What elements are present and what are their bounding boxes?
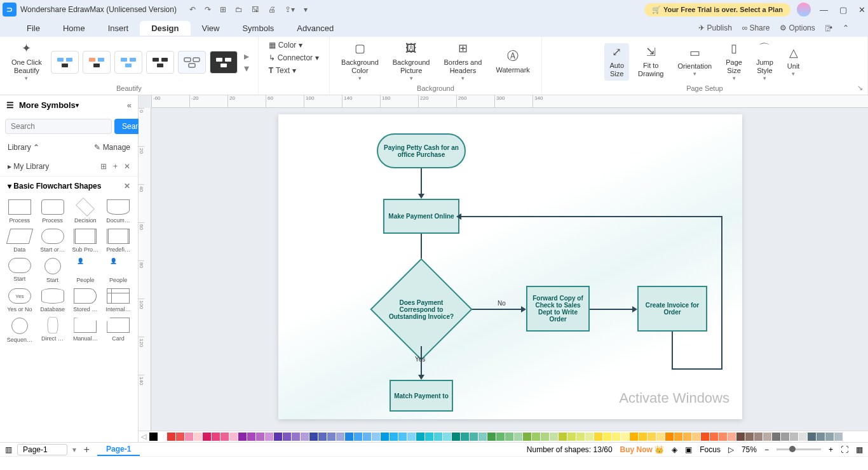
color-swatch[interactable] [621, 433, 629, 441]
color-swatch[interactable] [834, 433, 843, 441]
color-swatch[interactable] [398, 433, 407, 441]
my-library-toggle[interactable]: ▸ My Library [8, 162, 49, 171]
theme-3-button[interactable] [114, 51, 142, 74]
node-forward-copy[interactable]: Forward Copy of Check to Sales Dept to W… [526, 286, 590, 332]
section-close-icon[interactable]: ✕ [124, 182, 130, 191]
color-swatch[interactable] [363, 433, 371, 441]
color-swatch[interactable] [817, 433, 825, 441]
page-size-button[interactable]: ▯Page Size▾ [721, 39, 747, 84]
search-input[interactable] [5, 119, 112, 134]
color-swatch[interactable] [790, 433, 798, 441]
color-swatch[interactable] [656, 433, 665, 441]
library-toggle[interactable]: Library ⌃ [8, 143, 39, 152]
user-avatar[interactable] [797, 3, 811, 17]
color-swatch[interactable] [674, 433, 682, 441]
close-icon[interactable]: ✕ [858, 5, 865, 15]
watermark-button[interactable]: ⒶWatermark [491, 47, 534, 77]
collapse-panel-icon[interactable]: « [127, 100, 132, 110]
bg-picture-button[interactable]: 🖼Background Picture▾ [388, 39, 435, 84]
notification-icon[interactable]: ⍰• [825, 24, 832, 32]
color-swatch[interactable] [754, 433, 763, 441]
zoom-slider[interactable] [776, 448, 821, 450]
more-icon[interactable]: ▾ [304, 5, 308, 14]
menu-insert[interactable]: Insert [97, 21, 140, 36]
color-swatch[interactable] [212, 433, 220, 441]
node-create-invoice[interactable]: Create Invoice for Order [637, 286, 707, 332]
page-tab[interactable]: Page-1 [97, 443, 140, 456]
theme-5-button[interactable] [178, 51, 206, 74]
color-swatch[interactable] [247, 433, 255, 441]
color-swatch[interactable] [194, 433, 202, 441]
color-swatch[interactable] [603, 433, 611, 441]
color-swatch[interactable] [301, 433, 309, 441]
shape-subprocess[interactable]: Sub Pro… [70, 227, 102, 254]
color-swatch[interactable] [630, 433, 638, 441]
color-swatch[interactable] [407, 433, 416, 441]
color-swatch[interactable] [256, 433, 264, 441]
save-icon[interactable]: 🖫 [252, 5, 259, 14]
color-swatch[interactable] [176, 433, 184, 441]
print-icon[interactable]: 🖨 [268, 5, 276, 14]
color-swatch[interactable] [496, 433, 505, 441]
page-selector[interactable]: Page-1 [17, 444, 67, 455]
color-swatch[interactable] [576, 433, 585, 441]
theme-more-button[interactable]: ▸▾ [241, 50, 252, 74]
shape-predefined[interactable]: Predefi… [102, 227, 134, 254]
color-swatch[interactable] [167, 433, 175, 441]
shape-start-oval[interactable]: Start [4, 257, 36, 285]
color-swatch[interactable] [158, 433, 166, 441]
color-swatch[interactable] [390, 433, 398, 441]
shape-data[interactable]: Data [4, 227, 36, 254]
one-click-beautify-button[interactable]: ✦ One Click Beautify ▾ [6, 39, 47, 84]
orientation-button[interactable]: ▭Orientation▾ [672, 44, 717, 81]
menu-view[interactable]: View [191, 21, 231, 36]
color-swatch[interactable] [523, 433, 531, 441]
color-swatch[interactable] [336, 433, 344, 441]
color-swatch[interactable] [185, 433, 193, 441]
shape-people-1[interactable]: 👤People [70, 257, 102, 285]
presentation-icon[interactable]: ▣ [685, 445, 692, 454]
focus-button[interactable]: Focus [700, 445, 721, 454]
buy-now-button[interactable]: Buy Now 👑 [620, 445, 665, 454]
color-swatch[interactable] [372, 433, 380, 441]
color-swatch[interactable] [354, 433, 362, 441]
publish-button[interactable]: ✈ Publish [698, 24, 731, 32]
zoom-in-button[interactable]: + [829, 445, 833, 454]
text-dropdown[interactable]: T Text ▾ [265, 65, 300, 76]
bg-color-button[interactable]: ▢Background Color▾ [336, 39, 384, 84]
shape-decision[interactable]: Decision [70, 198, 102, 225]
fullscreen-icon[interactable]: ▦ [856, 445, 863, 454]
ribbon-launcher-icon[interactable]: ↘ [857, 84, 863, 92]
shape-card[interactable]: Card [102, 316, 134, 344]
no-fill-icon[interactable]: ◁ [141, 433, 146, 441]
color-swatch[interactable] [594, 433, 602, 441]
color-swatch[interactable] [265, 433, 273, 441]
menu-symbols[interactable]: Symbols [231, 21, 285, 36]
node-decision[interactable]: Does Payment Correspond to Outstanding I… [385, 273, 458, 346]
color-swatch[interactable] [781, 433, 789, 441]
color-swatch[interactable] [292, 433, 300, 441]
color-swatch[interactable] [612, 433, 620, 441]
shape-database[interactable]: Database [37, 287, 69, 314]
color-swatch[interactable] [772, 433, 780, 441]
color-swatch[interactable] [318, 433, 327, 441]
unit-button[interactable]: △Unit▾ [782, 44, 805, 81]
color-swatch[interactable] [550, 433, 558, 441]
color-swatch[interactable] [763, 433, 771, 441]
color-swatch[interactable] [470, 433, 478, 441]
minimize-icon[interactable]: — [820, 5, 828, 15]
shape-direct[interactable]: Direct … [37, 316, 69, 344]
color-swatch[interactable] [345, 433, 353, 441]
color-swatch[interactable] [736, 433, 745, 441]
shape-document[interactable]: Docum… [102, 198, 134, 225]
shape-manual[interactable]: Manual… [70, 316, 102, 344]
theme-6-button[interactable] [210, 51, 238, 74]
color-swatch[interactable] [487, 433, 496, 441]
node-start[interactable]: Paying Petty Cash for an office Purchase [377, 133, 466, 168]
export-icon[interactable]: ⇪▾ [285, 5, 295, 14]
color-swatch[interactable] [283, 433, 291, 441]
shape-process-2[interactable]: Process [37, 198, 69, 225]
color-swatch[interactable] [585, 433, 593, 441]
menu-advanced[interactable]: Advanced [285, 21, 345, 36]
grid-icon[interactable]: ⊞ [100, 162, 107, 171]
